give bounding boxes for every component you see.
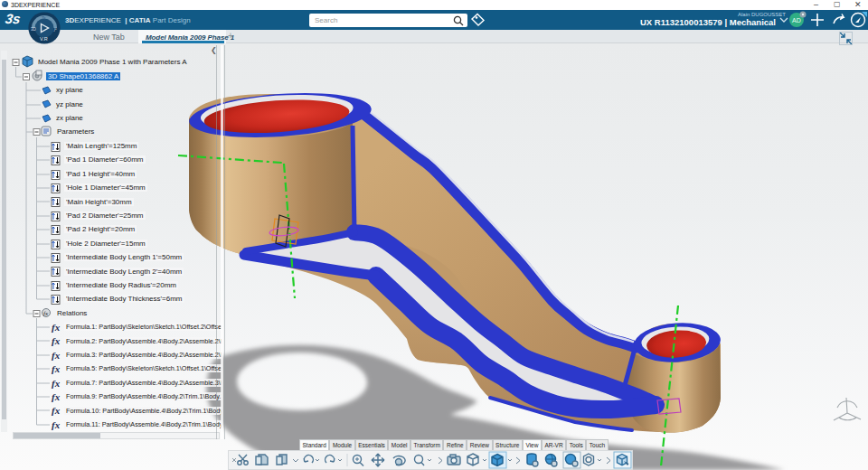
svg-text:V.R: V.R bbox=[40, 36, 48, 42]
svg-text:fx: fx bbox=[52, 335, 61, 346]
svg-text:fx: fx bbox=[52, 419, 61, 430]
svg-text:3D: 3D bbox=[31, 27, 37, 32]
svg-text:fx: fx bbox=[52, 378, 61, 389]
svg-text:fx: fx bbox=[52, 322, 61, 333]
svg-text:j¹: j¹ bbox=[53, 27, 57, 32]
svg-text:fx: fx bbox=[52, 350, 61, 361]
svg-text:AD: AD bbox=[792, 17, 801, 24]
svg-text:fx: fx bbox=[43, 310, 49, 317]
svg-text:fx: fx bbox=[52, 391, 61, 402]
svg-text:fx: fx bbox=[52, 405, 61, 416]
svg-text:fx: fx bbox=[52, 363, 61, 374]
